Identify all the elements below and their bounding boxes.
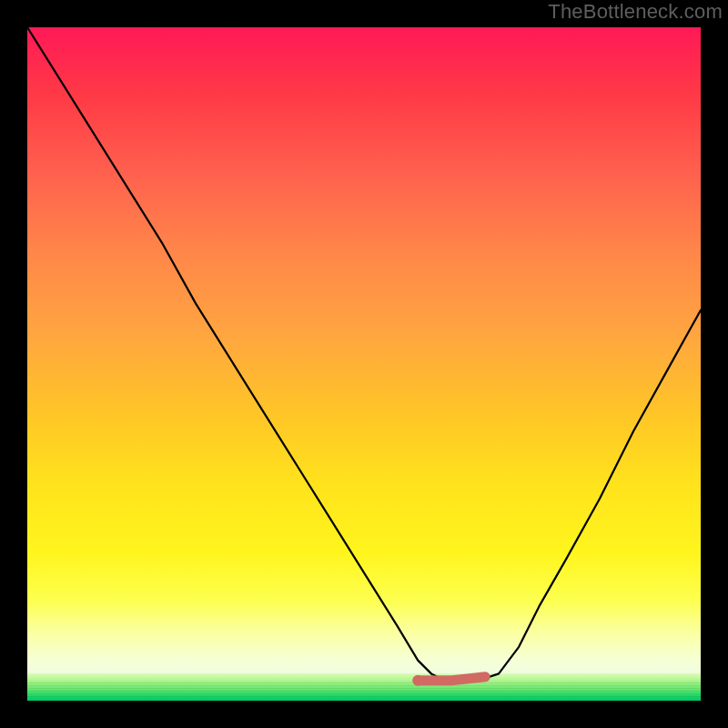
bottleneck-curve — [27, 27, 701, 701]
optimal-range-marker — [27, 27, 701, 701]
bottom-stripe-overlay — [27, 681, 701, 699]
watermark-text: TheBottleneck.com — [548, 0, 723, 24]
plot-area — [27, 27, 701, 701]
chart-frame: TheBottleneck.com — [0, 0, 728, 728]
